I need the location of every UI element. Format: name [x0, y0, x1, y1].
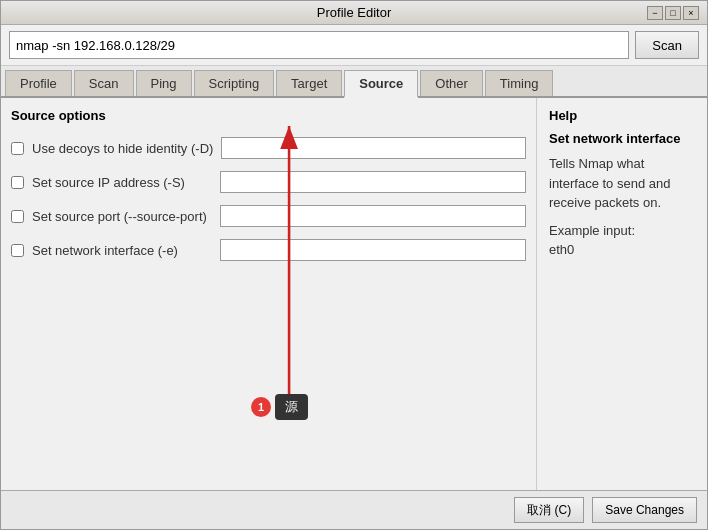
checkbox-decoys[interactable] — [11, 142, 24, 155]
input-source-port[interactable] — [220, 205, 526, 227]
maximize-button[interactable]: □ — [665, 6, 681, 20]
input-source-ip[interactable] — [220, 171, 526, 193]
tab-profile[interactable]: Profile — [5, 70, 72, 96]
label-source-ip: Set source IP address (-S) — [32, 175, 212, 190]
tab-target[interactable]: Target — [276, 70, 342, 96]
checkbox-network-interface[interactable] — [11, 244, 24, 257]
bottom-bar: 取消 (C) Save Changes — [1, 490, 707, 529]
command-input[interactable] — [9, 31, 629, 59]
option-row-decoys: Use decoys to hide identity (-D) — [11, 137, 526, 159]
annotation-text: 源 — [275, 394, 308, 420]
input-network-interface[interactable] — [220, 239, 526, 261]
checkbox-source-port[interactable] — [11, 210, 24, 223]
help-example-label: Example input: — [549, 223, 695, 238]
tab-scripting[interactable]: Scripting — [194, 70, 275, 96]
source-options-panel: Source options Use decoys to hide identi… — [1, 98, 537, 490]
main-content: Source options Use decoys to hide identi… — [1, 98, 707, 490]
tab-bar: Profile Scan Ping Scripting Target Sourc… — [1, 66, 707, 98]
titlebar: Profile Editor − □ × — [1, 1, 707, 25]
help-subtitle: Set network interface — [549, 131, 695, 146]
option-row-source-port: Set source port (--source-port) — [11, 205, 526, 227]
section-title: Source options — [11, 108, 526, 123]
option-row-network-interface: Set network interface (-e) — [11, 239, 526, 261]
annotation-bubble: 1 源 — [251, 394, 308, 420]
main-window: Profile Editor − □ × Scan Profile Scan P… — [0, 0, 708, 530]
tab-other[interactable]: Other — [420, 70, 483, 96]
help-title: Help — [549, 108, 695, 123]
window-title: Profile Editor — [317, 5, 391, 20]
annotation-number: 1 — [251, 397, 271, 417]
help-example-value: eth0 — [549, 242, 695, 257]
tab-source[interactable]: Source — [344, 70, 418, 98]
help-body: Tells Nmap what interface to send and re… — [549, 154, 695, 213]
tab-ping[interactable]: Ping — [136, 70, 192, 96]
scan-button[interactable]: Scan — [635, 31, 699, 59]
label-decoys: Use decoys to hide identity (-D) — [32, 141, 213, 156]
minimize-button[interactable]: − — [647, 6, 663, 20]
label-source-port: Set source port (--source-port) — [32, 209, 212, 224]
cancel-button[interactable]: 取消 (C) — [514, 497, 584, 523]
option-row-source-ip: Set source IP address (-S) — [11, 171, 526, 193]
help-panel: Help Set network interface Tells Nmap wh… — [537, 98, 707, 490]
command-bar: Scan — [1, 25, 707, 66]
input-decoys[interactable] — [221, 137, 526, 159]
close-button[interactable]: × — [683, 6, 699, 20]
tab-scan[interactable]: Scan — [74, 70, 134, 96]
label-network-interface: Set network interface (-e) — [32, 243, 212, 258]
checkbox-source-ip[interactable] — [11, 176, 24, 189]
tab-timing[interactable]: Timing — [485, 70, 554, 96]
save-button[interactable]: Save Changes — [592, 497, 697, 523]
